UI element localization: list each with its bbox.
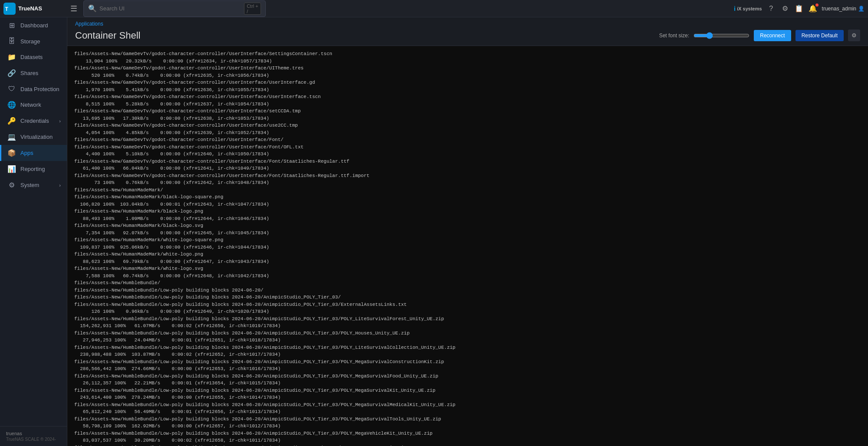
restore-default-button[interactable]: Restore Default	[795, 30, 844, 41]
sidebar-item-storage[interactable]: 🗄 Storage	[0, 33, 67, 49]
terminal-output: files/Assets-New/GameDevTv/godot-charact…	[74, 50, 861, 446]
sidebar-item-reporting[interactable]: 📊 Reporting	[0, 161, 67, 177]
hamburger-button[interactable]: ☰	[68, 2, 80, 15]
font-size-slider[interactable]	[693, 32, 749, 39]
sidebar-item-label: Datasets	[20, 54, 43, 60]
terminal-area[interactable]: files/Assets-New/GameDevTv/godot-charact…	[67, 46, 868, 446]
settings-icon[interactable]: ⚙	[780, 4, 790, 13]
user-avatar-icon: 👤	[858, 6, 865, 12]
sidebar-footer: truenas TrueNAS SCALE ® 2024-	[0, 426, 67, 446]
apps-icon: 📦	[7, 149, 16, 157]
header-controls: Set font size: Reconnect Restore Default…	[659, 30, 860, 41]
user-menu[interactable]: truenas_admin 👤	[822, 6, 865, 12]
logo-text: TrueNAS	[18, 5, 42, 12]
breadcrumb: Applications	[67, 17, 868, 28]
sidebar: ⊞ Dashboard 🗄 Storage 📁 Datasets 🔗 Share…	[0, 17, 67, 446]
breadcrumb-link[interactable]: Applications	[75, 21, 103, 27]
dashboard-icon: ⊞	[7, 21, 16, 30]
truenas-logo-icon: T	[3, 3, 16, 15]
search-icon: 🔍	[88, 4, 97, 13]
sidebar-item-datasets[interactable]: 📁 Datasets	[0, 49, 67, 65]
sidebar-footer-subtitle: TrueNAS SCALE ® 2024-	[6, 437, 61, 442]
search-input[interactable]	[99, 5, 241, 12]
sidebar-item-credentials[interactable]: 🔑 Credentials ›	[0, 113, 67, 129]
network-icon: 🌐	[7, 101, 16, 109]
sidebar-item-label: Dashboard	[20, 22, 48, 29]
topbar: T TrueNAS ☰ 🔍 Ctrl + / i iX systems ? ⚙ …	[0, 0, 868, 17]
search-shortcut: Ctrl + /	[244, 3, 261, 15]
sidebar-item-label: Reporting	[20, 166, 45, 172]
sidebar-item-dashboard[interactable]: ⊞ Dashboard	[0, 17, 67, 33]
reporting-icon: 📊	[7, 165, 16, 173]
sidebar-item-shares[interactable]: 🔗 Shares	[0, 65, 67, 81]
sidebar-item-apps[interactable]: 📦 Apps	[0, 145, 67, 161]
topbar-right: i iX systems ? ⚙ 📋 🔔 truenas_admin 👤	[734, 4, 865, 13]
font-size-label: Set font size:	[659, 33, 689, 39]
sidebar-item-label: Network	[20, 102, 41, 108]
tasks-icon[interactable]: 📋	[794, 4, 804, 13]
sidebar-item-network[interactable]: 🌐 Network	[0, 97, 67, 113]
credentials-icon: 🔑	[7, 117, 16, 125]
sidebar-item-data-protection[interactable]: 🛡 Data Protection	[0, 81, 67, 97]
svg-text:T: T	[5, 6, 9, 12]
sidebar-item-label: Apps	[20, 150, 33, 156]
page-header: Container Shell Set font size: Reconnect…	[67, 28, 868, 46]
sidebar-item-label: System	[20, 182, 39, 188]
notifications-icon[interactable]: 🔔	[808, 4, 818, 13]
main-content: Applications Container Shell Set font si…	[67, 17, 868, 446]
sidebar-item-label: Data Protection	[20, 86, 59, 92]
sidebar-item-label: Virtualization	[20, 134, 53, 140]
expand-icon: ›	[59, 118, 61, 124]
help-icon[interactable]: ?	[766, 5, 776, 13]
sidebar-item-label: Shares	[20, 70, 38, 76]
sidebar-footer-title: truenas	[6, 431, 61, 436]
main-layout: ⊞ Dashboard 🗄 Storage 📁 Datasets 🔗 Share…	[0, 17, 868, 446]
ix-systems-logo: i iX systems	[734, 5, 762, 12]
page-title: Container Shell	[75, 30, 140, 41]
datasets-icon: 📁	[7, 53, 16, 61]
data-protection-icon: 🛡	[7, 85, 16, 93]
system-icon: ⚙	[7, 181, 16, 189]
reconnect-button[interactable]: Reconnect	[754, 30, 791, 41]
logo: T TrueNAS	[3, 3, 64, 15]
search-bar[interactable]: 🔍 Ctrl + /	[83, 0, 266, 17]
sidebar-item-label: Storage	[20, 38, 40, 45]
terminal-settings-button[interactable]: ⚙	[848, 30, 860, 41]
sidebar-item-label: Credentials	[20, 118, 49, 124]
storage-icon: 🗄	[7, 37, 16, 45]
expand-icon: ›	[59, 183, 61, 188]
sidebar-item-system[interactable]: ⚙ System ›	[0, 177, 67, 193]
sidebar-item-virtualization[interactable]: 💻 Virtualization	[0, 129, 67, 145]
virtualization-icon: 💻	[7, 133, 16, 141]
shares-icon: 🔗	[7, 69, 16, 77]
username: truenas_admin	[822, 6, 856, 12]
